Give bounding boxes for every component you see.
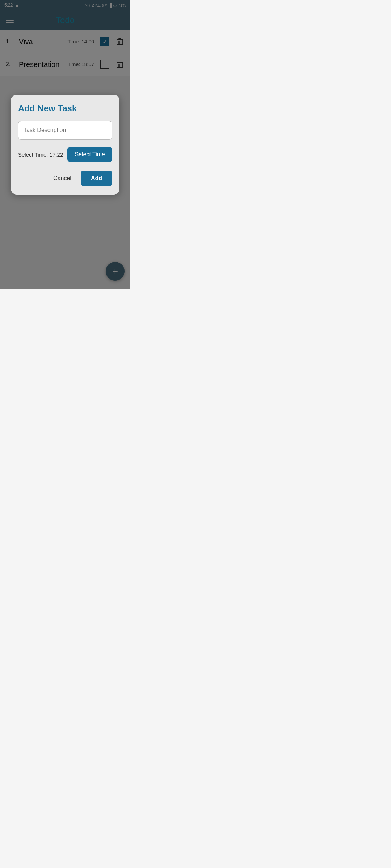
modal-overlay: Add New Task Select Time: 17:22 Select T… — [0, 0, 130, 289]
task-description-input[interactable] — [18, 121, 112, 140]
select-time-label: Select Time: 17:22 — [18, 152, 63, 158]
dialog-actions: Cancel Add — [18, 171, 112, 186]
cancel-button[interactable]: Cancel — [48, 171, 76, 185]
select-time-row: Select Time: 17:22 Select Time — [18, 147, 112, 162]
add-button[interactable]: Add — [81, 171, 112, 186]
select-time-button[interactable]: Select Time — [67, 147, 112, 162]
add-task-dialog: Add New Task Select Time: 17:22 Select T… — [11, 95, 119, 195]
dialog-title: Add New Task — [18, 103, 112, 114]
